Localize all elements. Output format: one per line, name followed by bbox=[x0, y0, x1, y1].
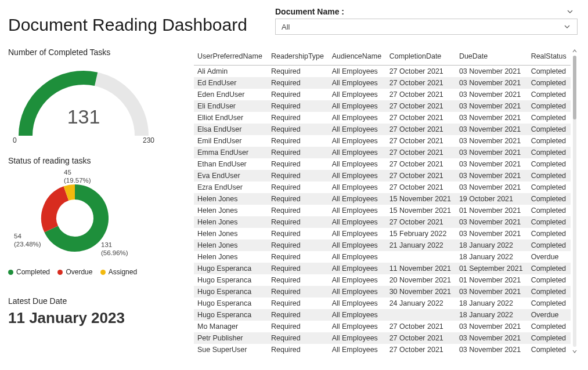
table-cell: 03 November 2021 bbox=[456, 344, 528, 355]
table-cell: Completed bbox=[528, 263, 571, 274]
table-cell: Helen Jones bbox=[194, 193, 268, 205]
table-row[interactable]: Mo ManagerRequiredAll Employees27 Octobe… bbox=[194, 321, 571, 332]
chevron-down-icon[interactable] bbox=[566, 8, 574, 16]
legend-completed[interactable]: Completed bbox=[8, 268, 50, 276]
status-title: Status of reading tasks bbox=[8, 156, 188, 165]
table-cell: Hugo Esperanca bbox=[194, 286, 268, 298]
table-row[interactable]: Helen JonesRequiredAll Employees15 Febru… bbox=[194, 228, 571, 240]
table-cell: All Employees bbox=[329, 77, 386, 89]
table-cell: Required bbox=[268, 240, 329, 251]
column-header[interactable]: RealStatus bbox=[528, 48, 571, 66]
table-row[interactable]: Hugo EsperancaRequiredAll Employees20 No… bbox=[194, 274, 571, 286]
table-cell: Eva EndUser bbox=[194, 170, 268, 182]
table-cell: Emma EndUser bbox=[194, 147, 268, 158]
table-cell: All Employees bbox=[329, 332, 386, 344]
table-cell: Completed bbox=[528, 89, 571, 100]
scrollbar-thumb[interactable] bbox=[573, 56, 576, 119]
legend-assigned[interactable]: Assigned bbox=[100, 268, 137, 276]
table-row[interactable]: Ethan EndUserRequiredAll Employees27 Oct… bbox=[194, 158, 571, 170]
filter-label-row: Document Name : bbox=[275, 7, 578, 16]
table-cell: Required bbox=[268, 147, 329, 158]
table-row[interactable]: Helen JonesRequiredAll Employees15 Novem… bbox=[194, 193, 571, 205]
table-cell: 03 November 2021 bbox=[456, 182, 528, 193]
table-cell: Sue SuperUser bbox=[194, 344, 268, 355]
table-cell: Hugo Esperanca bbox=[194, 309, 268, 321]
table-row[interactable]: Hugo EsperancaRequiredAll Employees24 Ja… bbox=[194, 298, 571, 309]
table-cell: All Employees bbox=[329, 228, 386, 240]
column-header[interactable]: UserPreferredName bbox=[194, 48, 268, 66]
table-row[interactable]: Petr PublisherRequiredAll Employees27 Oc… bbox=[194, 332, 571, 344]
table-row[interactable]: Eli EndUserRequiredAll Employees27 Octob… bbox=[194, 100, 571, 112]
table-cell: All Employees bbox=[329, 66, 386, 78]
column-header[interactable]: AudienceName bbox=[329, 48, 386, 66]
document-name-dropdown[interactable]: All bbox=[275, 19, 578, 35]
table-row[interactable]: Ed EndUserRequiredAll Employees27 Octobe… bbox=[194, 77, 571, 89]
table-cell: All Employees bbox=[329, 124, 386, 135]
table-cell: 03 November 2021 bbox=[456, 321, 528, 332]
table-row[interactable]: Ezra EndUserRequiredAll Employees27 Octo… bbox=[194, 182, 571, 193]
slice-label-overdue: 54 (23.48%) bbox=[14, 233, 41, 249]
table-cell: 03 November 2021 bbox=[456, 158, 528, 170]
table-cell: 27 October 2021 bbox=[386, 158, 456, 170]
table-cell: 27 October 2021 bbox=[386, 321, 456, 332]
table-cell: Completed bbox=[528, 228, 571, 240]
table-row[interactable]: Eden EndUserRequiredAll Employees27 Octo… bbox=[194, 89, 571, 100]
table-cell: 27 October 2021 bbox=[386, 100, 456, 112]
table-row[interactable]: Helen JonesRequiredAll Employees18 Janua… bbox=[194, 251, 571, 263]
table-cell: Helen Jones bbox=[194, 240, 268, 251]
table-cell: 03 November 2021 bbox=[456, 66, 528, 78]
table-row[interactable]: Sue SuperUserRequiredAll Employees27 Oct… bbox=[194, 344, 571, 355]
scroll-down-arrow-icon[interactable] bbox=[572, 348, 578, 355]
table-cell: Completed bbox=[528, 100, 571, 112]
table-cell: All Employees bbox=[329, 158, 386, 170]
table-cell: Required bbox=[268, 321, 329, 332]
table-cell: 03 November 2021 bbox=[456, 170, 528, 182]
table-row[interactable]: Elsa EndUserRequiredAll Employees27 Octo… bbox=[194, 124, 571, 135]
table-cell: Required bbox=[268, 182, 329, 193]
table-cell: Ethan EndUser bbox=[194, 158, 268, 170]
table-row[interactable]: Emil EndUserRequiredAll Employees27 Octo… bbox=[194, 135, 571, 147]
table-scroll: UserPreferredNameReadershipTypeAudienceN… bbox=[194, 48, 571, 355]
table-row[interactable]: Eva EndUserRequiredAll Employees27 Octob… bbox=[194, 170, 571, 182]
table-cell: Completed bbox=[528, 344, 571, 355]
table-cell: 03 November 2021 bbox=[456, 147, 528, 158]
table-cell: 03 November 2021 bbox=[456, 77, 528, 89]
scrollbar-track[interactable] bbox=[573, 56, 576, 347]
table-row[interactable]: Emma EndUserRequiredAll Employees27 Octo… bbox=[194, 147, 571, 158]
table-row[interactable]: Ali AdminRequiredAll Employees27 October… bbox=[194, 66, 571, 78]
filter-label: Document Name : bbox=[275, 7, 344, 16]
table-cell: Required bbox=[268, 332, 329, 344]
legend-overdue[interactable]: Overdue bbox=[57, 268, 92, 276]
table-cell: Required bbox=[268, 274, 329, 286]
table-cell: Required bbox=[268, 100, 329, 112]
column-header[interactable]: CompletionDate bbox=[386, 48, 456, 66]
table-cell: 27 October 2021 bbox=[386, 112, 456, 124]
table-row[interactable]: Helen JonesRequiredAll Employees27 Octob… bbox=[194, 216, 571, 228]
table-row[interactable]: Hugo EsperancaRequiredAll Employees30 No… bbox=[194, 286, 571, 298]
table-cell: Hugo Esperanca bbox=[194, 298, 268, 309]
table-cell: Completed bbox=[528, 286, 571, 298]
vertical-scrollbar[interactable] bbox=[572, 48, 578, 355]
table-cell: Required bbox=[268, 309, 329, 321]
table-row[interactable]: Helen JonesRequiredAll Employees15 Novem… bbox=[194, 205, 571, 216]
table-row[interactable]: Elliot EndUserRequiredAll Employees27 Oc… bbox=[194, 112, 571, 124]
table-row[interactable]: Hugo EsperancaRequiredAll Employees18 Ja… bbox=[194, 309, 571, 321]
table-row[interactable]: Helen JonesRequiredAll Employees21 Janua… bbox=[194, 240, 571, 251]
table-cell: All Employees bbox=[329, 251, 386, 263]
table-cell: 27 October 2021 bbox=[386, 135, 456, 147]
table-cell: Required bbox=[268, 344, 329, 355]
column-header[interactable]: DueDate bbox=[456, 48, 528, 66]
scroll-up-arrow-icon[interactable] bbox=[572, 48, 578, 55]
gauge-value: 131 bbox=[8, 106, 159, 128]
table-cell: 03 November 2021 bbox=[456, 89, 528, 100]
title-block: Document Reading Dashboard bbox=[8, 6, 275, 35]
dropdown-selected: All bbox=[282, 23, 290, 31]
table-cell: Elsa EndUser bbox=[194, 124, 268, 135]
page-title: Document Reading Dashboard bbox=[8, 15, 275, 35]
table-cell: Required bbox=[268, 263, 329, 274]
table-row[interactable]: Hugo EsperancaRequiredAll Employees11 No… bbox=[194, 263, 571, 274]
table-cell: 27 October 2021 bbox=[386, 332, 456, 344]
table-cell: 27 October 2021 bbox=[386, 77, 456, 89]
column-header[interactable]: ReadershipType bbox=[268, 48, 329, 66]
table-cell: All Employees bbox=[329, 240, 386, 251]
